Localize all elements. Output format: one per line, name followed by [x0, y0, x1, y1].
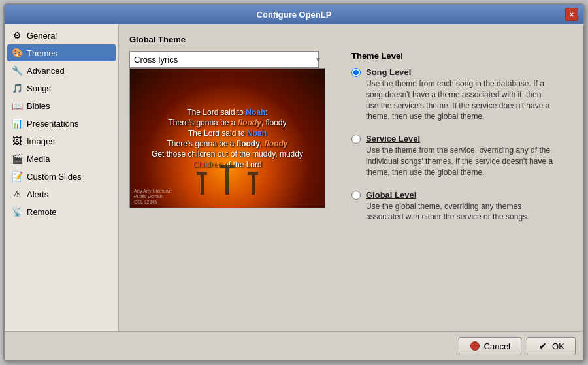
watermark-line1: Arty Arty Unknown [134, 189, 172, 194]
sidebar: ⚙General🎨Themes🔧Advanced🎵Songs📖Bibles📊Pr… [5, 24, 119, 331]
title-bar: Configure OpenLP × [5, 5, 583, 24]
presentations-icon: 📊 [11, 118, 23, 129]
sidebar-label-songs: Songs [27, 84, 51, 93]
preview-l1b: Noah [246, 108, 265, 117]
preview-l4b: floody [237, 139, 260, 148]
cross-left-v [201, 175, 204, 195]
ok-button[interactable]: ✔ OK [527, 337, 576, 355]
watermark-line2: Public Domain [134, 194, 172, 199]
sidebar-item-themes[interactable]: 🎨Themes [7, 44, 116, 61]
songs-icon: 🎵 [11, 82, 23, 94]
sidebar-label-themes: Themes [27, 48, 57, 58]
sidebar-item-images[interactable]: 🖼Images [7, 133, 116, 150]
sidebar-label-alerts: Alerts [27, 189, 48, 199]
cancel-button[interactable]: Cancel [459, 337, 521, 355]
sidebar-item-remote[interactable]: 📡Remote [7, 203, 116, 220]
watermark-line3: CCL 12345 [134, 200, 172, 205]
preview-l4c: , floody [260, 139, 288, 148]
radio-row-global_level: Global LevelUse the global theme, overri… [351, 190, 554, 223]
preview-l2b: floody [238, 118, 261, 127]
general-icon: ⚙ [11, 29, 23, 41]
global-theme-section: Cross lyricsDefaultBlue GradientSunset T… [129, 51, 325, 215]
bibles-icon: 📖 [11, 100, 23, 112]
radio-desc-service_level: Use the theme from the service, overridi… [366, 145, 554, 178]
preview-watermark: Arty Arty Unknown Public Domain CCL 1234… [134, 189, 172, 205]
cross-center [220, 183, 235, 195]
preview-line-5: Get those children out of the muddy, mud… [152, 150, 303, 159]
close-button[interactable]: × [565, 8, 578, 21]
preview-line-1: The Lord said to Noah: [187, 108, 267, 117]
sidebar-item-alerts[interactable]: ⚠Alerts [7, 185, 116, 202]
preview-l4a: There's gonna be a [167, 139, 236, 148]
radio-global_level[interactable] [351, 191, 361, 200]
preview-l6a: Ch [193, 160, 203, 169]
radio-row-service_level: Service LevelUse the theme from the serv… [351, 134, 554, 178]
alerts-icon: ⚠ [11, 188, 23, 200]
global-theme-label: Global Theme [129, 35, 573, 44]
sidebar-item-advanced[interactable]: 🔧Advanced [7, 62, 116, 79]
sidebar-label-images: Images [27, 136, 55, 146]
radio-label-col-global_level: Global LevelUse the global theme, overri… [366, 190, 554, 223]
themes-icon: 🎨 [11, 47, 23, 59]
cross-left [197, 186, 207, 195]
preview-line-2: There's gonna be a floody, floody [168, 118, 286, 127]
theme-level-panel: Theme Level Song LevelUse the theme from… [338, 51, 554, 223]
radio-desc-song_level: Use the theme from each song in the data… [366, 78, 554, 122]
preview-l1colon: : [265, 108, 267, 117]
preview-line-4: There's gonna be a floody, floody [167, 139, 287, 148]
radio-label-global_level[interactable]: Global Level [366, 190, 554, 200]
sidebar-item-songs[interactable]: 🎵Songs [7, 80, 116, 97]
radio-label-song_level[interactable]: Song Level [366, 67, 554, 77]
sidebar-item-general[interactable]: ⚙General [7, 27, 116, 44]
preview-l2c: , floody [261, 118, 287, 127]
cancel-icon [470, 341, 480, 351]
theme-select-wrapper[interactable]: Cross lyricsDefaultBlue GradientSunset [129, 51, 325, 68]
preview-l3a: The Lord said to [188, 129, 247, 138]
preview-l6b: ild [203, 160, 211, 169]
content-area: ⚙General🎨Themes🔧Advanced🎵Songs📖Bibles📊Pr… [5, 24, 583, 331]
cross-right [248, 186, 258, 195]
images-icon: 🖼 [11, 135, 23, 147]
configure-dialog: Configure OpenLP × ⚙General🎨Themes🔧Advan… [3, 3, 585, 362]
sidebar-item-presentations[interactable]: 📊Presentations [7, 115, 116, 132]
sidebar-label-media: Media [27, 154, 50, 164]
ok-label: OK [552, 341, 564, 351]
sidebar-item-media[interactable]: 🎬Media [7, 150, 116, 167]
sidebar-label-custom_slides: Custom Slides [27, 172, 82, 182]
radio-row-song_level: Song LevelUse the theme from each song i… [351, 67, 554, 122]
sidebar-label-remote: Remote [27, 207, 57, 217]
theme-level-title: Theme Level [351, 51, 554, 61]
preview-l2a: There's gonna be a [168, 118, 237, 127]
radio-service_level[interactable] [351, 135, 361, 144]
preview-line-3: The Lord said to Noah [188, 129, 267, 138]
media-icon: 🎬 [11, 153, 23, 165]
radio-song_level[interactable] [351, 68, 361, 77]
sidebar-label-advanced: Advanced [27, 66, 65, 76]
theme-preview: The Lord said to Noah: There's gonna be … [129, 68, 325, 208]
sidebar-label-general: General [27, 31, 57, 40]
radio-label-col-service_level: Service LevelUse the theme from the serv… [366, 134, 554, 178]
preview-l1a: The Lord said to [187, 108, 246, 117]
main-panel: Global Theme Cross lyricsDefaultBlue Gra… [119, 24, 583, 331]
sidebar-label-bibles: Bibles [27, 101, 50, 111]
right-section: Cross lyricsDefaultBlue GradientSunset T… [129, 51, 573, 223]
radio-group: Song LevelUse the theme from each song i… [351, 67, 554, 223]
dialog-title: Configure OpenLP [23, 10, 565, 20]
radio-label-col-song_level: Song LevelUse the theme from each song i… [366, 67, 554, 122]
advanced-icon: 🔧 [11, 65, 23, 76]
sidebar-item-custom_slides[interactable]: 📝Custom Slides [7, 168, 116, 185]
sidebar-item-bibles[interactable]: 📖Bibles [7, 97, 116, 114]
radio-label-service_level[interactable]: Service Level [366, 134, 554, 144]
sidebar-label-presentations: Presentations [27, 119, 79, 129]
theme-select[interactable]: Cross lyricsDefaultBlue GradientSunset [129, 51, 319, 68]
ok-icon: ✔ [538, 341, 548, 351]
title-bar-spacer [10, 8, 23, 21]
cancel-dot [470, 341, 480, 351]
remote-icon: 📡 [11, 206, 23, 217]
custom_slides-icon: 📝 [11, 170, 23, 182]
preview-crosses [197, 183, 258, 195]
cross-right-v [252, 175, 255, 195]
bottom-bar: Cancel ✔ OK [5, 331, 583, 360]
preview-l3b: Noah [247, 129, 267, 138]
radio-desc-global_level: Use the global theme, overriding any the… [366, 201, 554, 223]
